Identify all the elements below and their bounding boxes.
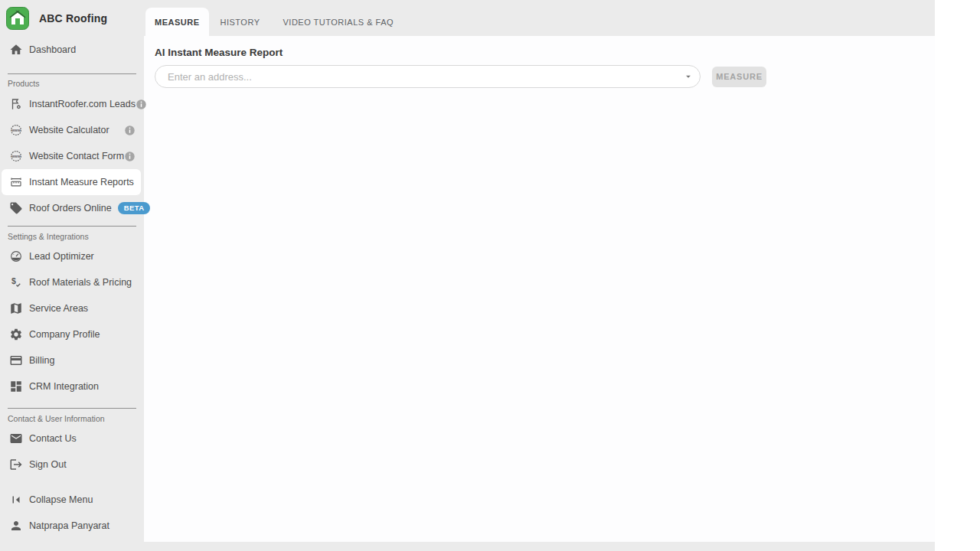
sidebar-item-label: Contact Us bbox=[29, 433, 77, 444]
sidebar-item-crm-integration[interactable]: CRM Integration bbox=[0, 373, 144, 399]
sidebar-item-lead-optimizer[interactable]: Lead Optimizer bbox=[0, 243, 144, 269]
sidebar-item-label: Billing bbox=[29, 355, 54, 366]
user-menu[interactable]: Natprapa Panyarat bbox=[0, 513, 144, 539]
collapse-menu-button[interactable]: Collapse Menu bbox=[0, 487, 144, 513]
sidebar-item-label: Roof Materials & Pricing bbox=[29, 277, 132, 288]
gear-icon bbox=[9, 328, 23, 341]
sidebar-item-label: InstantRoofer.com Leads bbox=[29, 99, 136, 109]
globe-www-icon: www bbox=[9, 149, 23, 163]
address-search-row: MEASURE bbox=[155, 65, 924, 88]
abc-roofing-logo-icon bbox=[6, 7, 29, 30]
globe-www-icon: www bbox=[9, 123, 23, 137]
sidebar-item-billing[interactable]: Billing bbox=[0, 347, 144, 373]
tab-measure[interactable]: MEASURE bbox=[145, 8, 209, 36]
sidebar-item-label: CRM Integration bbox=[29, 381, 99, 392]
ruler-icon bbox=[9, 175, 23, 189]
sidebar-item-label: Sign Out bbox=[29, 459, 67, 470]
chevron-down-icon[interactable] bbox=[683, 71, 694, 82]
sidebar-item-service-areas[interactable]: Service Areas bbox=[0, 295, 144, 321]
section-label-contact-user: Contact & User Information bbox=[0, 409, 144, 425]
sidebar-item-label: Website Contact Form bbox=[29, 151, 124, 161]
info-icon[interactable] bbox=[124, 125, 136, 136]
map-icon bbox=[9, 302, 23, 315]
scrollbar-gutter bbox=[935, 0, 980, 551]
sidebar-item-roof-materials-pricing[interactable]: $ Roof Materials & Pricing bbox=[0, 269, 144, 295]
user-name: Natprapa Panyarat bbox=[29, 520, 109, 531]
mail-icon bbox=[9, 432, 23, 445]
section-label-settings: Settings & Integrations bbox=[0, 227, 144, 243]
credit-card-icon bbox=[9, 354, 23, 367]
tab-history[interactable]: HISTORY bbox=[209, 8, 272, 36]
tab-video-tutorials-faq[interactable]: VIDEO TUTORIALS & FAQ bbox=[272, 8, 406, 36]
sidebar-item-instant-measure-reports[interactable]: Instant Measure Reports bbox=[2, 169, 141, 195]
sidebar-item-instantroofer-leads[interactable]: InstantRoofer.com Leads bbox=[0, 91, 144, 117]
brand-name: ABC Roofing bbox=[39, 12, 107, 24]
sidebar-item-contact-us[interactable]: Contact Us bbox=[0, 425, 144, 452]
sidebar-item-website-calculator[interactable]: www Website Calculator bbox=[0, 117, 144, 143]
info-icon[interactable] bbox=[124, 151, 136, 162]
sidebar-item-label: Service Areas bbox=[29, 303, 88, 314]
sign-out-icon bbox=[9, 458, 23, 471]
address-input[interactable] bbox=[155, 65, 701, 88]
sidebar-item-label: Lead Optimizer bbox=[29, 251, 94, 262]
sidebar-item-dashboard[interactable]: Dashboard bbox=[0, 37, 144, 63]
sidebar: ABC Roofing Dashboard Products InstantRo… bbox=[0, 0, 144, 551]
sidebar-item-roof-orders-online[interactable]: Roof Orders Online BETA bbox=[0, 195, 144, 221]
grid-icon bbox=[9, 380, 23, 393]
sidebar-item-label: Instant Measure Reports bbox=[29, 177, 134, 187]
svg-text:www: www bbox=[11, 155, 21, 158]
home-icon bbox=[9, 43, 23, 57]
section-label-products: Products bbox=[0, 74, 144, 91]
content-panel: AI Instant Measure Report MEASURE bbox=[144, 36, 935, 542]
tag-icon bbox=[9, 201, 23, 215]
info-icon[interactable] bbox=[136, 99, 147, 110]
sidebar-item-sign-out[interactable]: Sign Out bbox=[0, 452, 144, 478]
sidebar-item-website-contact-form[interactable]: www Website Contact Form bbox=[0, 143, 144, 169]
sidebar-item-label: Website Calculator bbox=[29, 125, 109, 135]
flag-gear-icon bbox=[9, 97, 23, 111]
person-icon bbox=[9, 519, 23, 533]
measure-button[interactable]: MEASURE bbox=[712, 67, 766, 87]
tab-bar: MEASURE HISTORY VIDEO TUTORIALS & FAQ bbox=[145, 8, 405, 36]
gauge-icon bbox=[9, 249, 23, 263]
svg-text:$: $ bbox=[11, 276, 16, 285]
sidebar-item-label: Roof Orders Online bbox=[29, 203, 112, 214]
brand: ABC Roofing bbox=[0, 0, 144, 37]
page-title: AI Instant Measure Report bbox=[155, 47, 924, 58]
beta-badge: BETA bbox=[118, 202, 151, 214]
collapse-left-icon bbox=[9, 493, 23, 507]
sidebar-item-label: Company Profile bbox=[29, 329, 100, 340]
svg-text:www: www bbox=[11, 129, 21, 132]
main-region: MEASURE HISTORY VIDEO TUTORIALS & FAQ AI… bbox=[144, 0, 935, 551]
sidebar-item-company-profile[interactable]: Company Profile bbox=[0, 321, 144, 347]
address-input-wrap bbox=[155, 65, 701, 88]
sidebar-item-label: Collapse Menu bbox=[29, 494, 93, 505]
sidebar-item-label: Dashboard bbox=[29, 44, 76, 55]
dollar-check-icon: $ bbox=[9, 276, 23, 289]
